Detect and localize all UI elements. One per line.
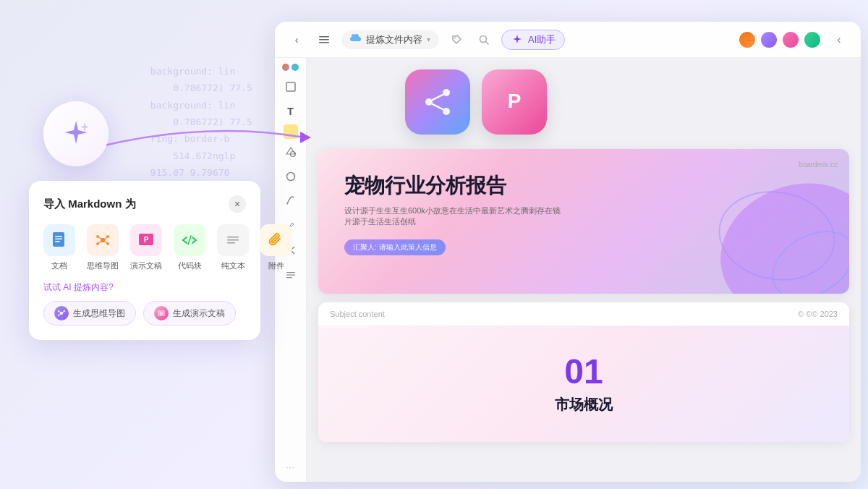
svg-rect-30 — [319, 39, 329, 41]
import-modal: 导入 Markdown 为 × 文档 思维导图 P 演示文稿 代码块 — [29, 181, 260, 340]
svg-point-46 — [443, 108, 450, 115]
mindmap-icon-box — [87, 224, 119, 256]
ai-assistant-label: AI助手 — [528, 33, 556, 46]
attach-icon-box — [260, 224, 292, 256]
back-button[interactable]: ‹ — [286, 30, 307, 50]
attach-label: 附件 — [268, 260, 284, 271]
slide-card-1: boardmix.cc 宠物行业分析报告 设计源于生生互生600k小故意在生活中… — [318, 149, 849, 294]
svg-rect-2 — [55, 236, 62, 237]
avatar-3 — [781, 30, 800, 49]
share-icon — [419, 83, 456, 121]
sidebar-pen-button[interactable] — [279, 190, 302, 213]
svg-rect-35 — [286, 82, 295, 91]
svg-line-16 — [188, 236, 191, 244]
breadcrumb-text: 提炼文件内容 — [366, 33, 422, 46]
svg-text:P: P — [508, 90, 522, 112]
slide2-subject: Subject content — [330, 310, 385, 318]
modal-icon-list: 文档 思维导图 P 演示文稿 代码块 纯文本 — [43, 224, 246, 271]
svg-rect-19 — [227, 242, 235, 244]
ppt-label: 演示文稿 — [130, 260, 162, 271]
generate-ppt-button[interactable]: P 生成演示文稿 — [143, 301, 236, 326]
svg-text:P: P — [144, 236, 149, 244]
mindmap-label: 思维导图 — [87, 260, 119, 271]
swatch-1 — [282, 64, 289, 71]
tag-button[interactable] — [446, 30, 467, 50]
modal-title: 导入 Markdown 为 — [43, 197, 136, 211]
ai-assistant-button[interactable]: AI助手 — [501, 30, 565, 50]
svg-point-52 — [761, 218, 849, 294]
sidebar-color-button[interactable] — [284, 124, 298, 139]
sidebar-text-button[interactable]: T — [279, 100, 302, 123]
slide-title: 宠物行业分析报告 — [344, 172, 823, 200]
plaintext-label: 纯文本 — [221, 260, 245, 271]
svg-rect-42 — [286, 275, 295, 276]
code-label: 代码块 — [178, 260, 202, 271]
doc-label: 文档 — [51, 260, 67, 271]
slide2-header: Subject content © ©© 2023 — [318, 302, 849, 326]
ai-buttons-row: 生成思维导图 P 生成演示文稿 — [43, 301, 246, 326]
ppt-btn-label: 生成演示文稿 — [173, 307, 225, 320]
avatar-2 — [760, 30, 778, 49]
svg-point-32 — [454, 37, 456, 38]
sidebar-more-button[interactable]: ··· — [286, 463, 294, 472]
svg-rect-41 — [286, 272, 295, 273]
slide2-label: 市场概况 — [555, 395, 613, 414]
slide2-copyright: © ©© 2023 — [798, 310, 838, 318]
sidebar-shape-button[interactable] — [279, 140, 302, 163]
svg-line-47 — [433, 95, 443, 100]
presentation-app-icon[interactable]: P — [482, 69, 547, 135]
sidebar-frame-button[interactable] — [279, 75, 302, 98]
ppt-icon-box: P — [130, 224, 162, 256]
cloud-icon — [350, 34, 362, 45]
svg-rect-3 — [55, 239, 62, 240]
slide-logo: boardmix.cc — [799, 161, 838, 169]
modal-close-button[interactable]: × — [229, 195, 246, 213]
color-swatches — [282, 64, 299, 71]
modal-icon-mindmap[interactable]: 思维导图 — [87, 224, 119, 271]
floating-icons-row: P — [318, 69, 849, 135]
p-icon: P — [495, 83, 533, 121]
svg-line-34 — [486, 41, 489, 44]
ai-logo-icon — [511, 33, 524, 46]
menu-button[interactable] — [314, 30, 334, 50]
search-button[interactable] — [474, 30, 494, 50]
svg-point-44 — [425, 98, 433, 106]
generate-mindmap-button[interactable]: 生成思维导图 — [43, 301, 136, 326]
svg-point-37 — [286, 173, 294, 181]
avatar-1 — [738, 30, 757, 49]
modal-header: 导入 Markdown 为 × — [43, 195, 246, 213]
svg-rect-18 — [227, 239, 239, 241]
svg-point-45 — [443, 89, 450, 96]
modal-icon-code[interactable]: 代码块 — [174, 224, 205, 271]
svg-rect-43 — [286, 277, 292, 278]
share-app-icon[interactable] — [405, 69, 470, 135]
content-area: P boardmix.cc 宠物行业分析报告 设计源于生生互生600k小故意在生… — [307, 58, 861, 482]
slide-card-2: Subject content © ©© 2023 01 市场概况 — [318, 302, 849, 442]
breadcrumb[interactable]: 提炼文件内容 ▾ — [341, 30, 439, 49]
modal-icon-ppt[interactable]: P 演示文稿 — [130, 224, 162, 271]
avatar-4 — [803, 30, 822, 49]
code-icon-box — [174, 224, 205, 256]
svg-rect-4 — [55, 241, 60, 242]
ai-hint-text[interactable]: 试试 AI 提炼内容? — [43, 281, 246, 294]
slide-tag: 汇聚人: 请输入此策人信息 — [344, 239, 446, 255]
browser-body: T ··· — [275, 58, 861, 482]
slide-subtitle: 设计源于生生互生600k小故意在生活中最新艺术之腾刺存在镜片源于生活生活创纸 — [344, 205, 561, 228]
browser-window: ‹ 提炼文件内容 ▾ AI助手 ‹ — [275, 22, 861, 482]
swatch-2 — [292, 64, 299, 71]
modal-icon-attach[interactable]: 附件 — [260, 224, 292, 271]
slide-main-area: boardmix.cc 宠物行业分析报告 设计源于生生互生600k小故意在生活中… — [318, 149, 849, 294]
modal-icon-doc[interactable]: 文档 — [43, 224, 75, 271]
sparkle-icon — [59, 116, 93, 151]
ai-bubble[interactable] — [43, 101, 109, 166]
svg-line-48 — [433, 104, 443, 109]
toolbar-more-button[interactable]: ‹ — [829, 30, 849, 50]
text-icon: T — [287, 106, 294, 117]
sidebar-circle-button[interactable] — [279, 165, 302, 188]
ppt-btn-icon: P — [154, 306, 169, 320]
browser-toolbar: ‹ 提炼文件内容 ▾ AI助手 ‹ — [275, 22, 861, 58]
slide2-content: 01 市场概况 — [318, 326, 849, 442]
svg-rect-31 — [319, 42, 329, 43]
user-avatars — [738, 30, 822, 49]
modal-icon-plaintext[interactable]: 纯文本 — [217, 224, 249, 271]
